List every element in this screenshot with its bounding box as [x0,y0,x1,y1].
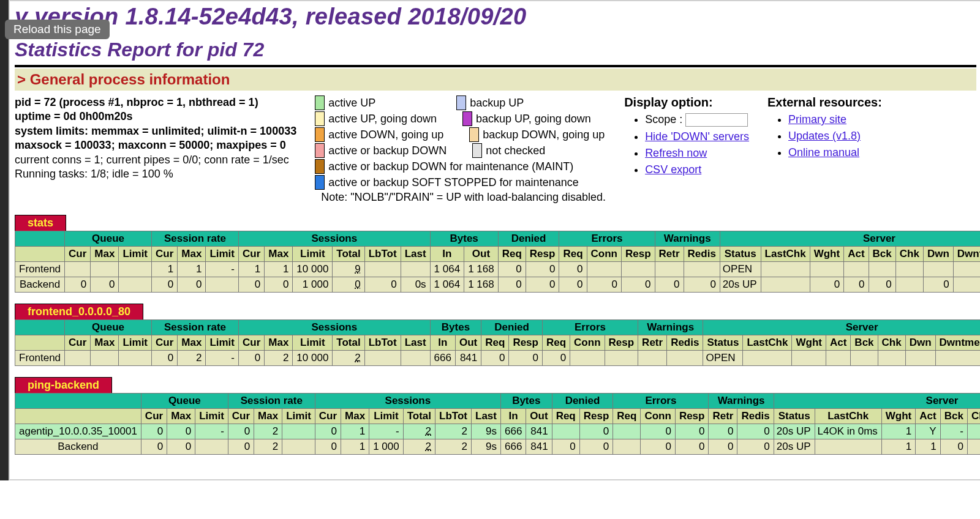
general-info-heading: > General process information [15,69,976,91]
general-info-block: pid = 72 (process #1, nbproc = 1, nbthre… [15,95,296,181]
refresh-link[interactable]: Refresh now [645,147,707,159]
stats-table: QueueSession rateSessionsBytesDeniedErro… [15,393,980,455]
page-title: y version 1.8.14-52e4d43, released 2018/… [15,4,976,30]
table-row: agentip_10.0.0.35_1000100-0201-229s66684… [15,424,981,439]
proxy-label[interactable]: ping-backend [15,377,112,393]
display-options: Display option: Scope : Hide 'DOWN' serv… [624,95,749,180]
page-subtitle: Statistics Report for pid 72 [15,39,976,61]
updates-link[interactable]: Updates (v1.8) [788,130,861,142]
scope-input[interactable] [685,113,748,127]
table-row: Frontend11-1110 00091 0641 168000OPEN [15,262,981,277]
proxy-label[interactable]: frontend_0.0.0.0_80 [15,304,143,319]
table-row: Backend0002011 000229s66684100000020s UP… [15,439,981,455]
primary-site-link[interactable]: Primary site [788,113,846,125]
table-row: Frontend02-0210 0002666841000OPEN [15,351,981,366]
csv-link[interactable]: CSV export [645,163,701,176]
table-row: Backend0000001 000000s1 0641 16800000002… [15,277,981,293]
hide-down-link[interactable]: Hide 'DOWN' servers [645,130,749,143]
manual-link[interactable]: Online manual [788,146,859,159]
reload-tooltip: Reload this page [5,20,110,39]
legend: active UPbackup UPactive UP, going downb… [315,95,606,204]
stats-table: QueueSession rateSessionsBytesDeniedErro… [15,231,980,293]
external-resources: External resources: Primary site Updates… [767,95,882,163]
stats-table: QueueSession rateSessionsBytesDeniedErro… [15,319,980,366]
page: y version 1.8.14-52e4d43, released 2018/… [9,0,980,480]
proxy-label[interactable]: stats [15,215,66,231]
